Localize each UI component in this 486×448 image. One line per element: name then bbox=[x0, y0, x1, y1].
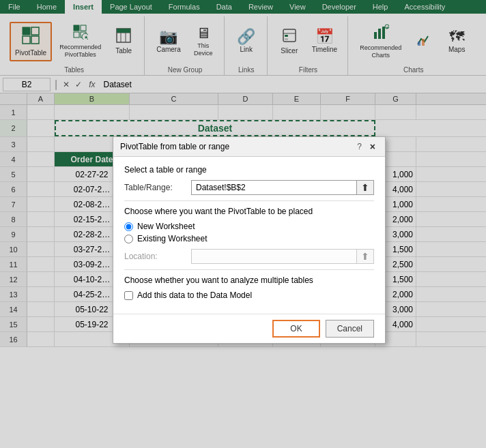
dialog-divider2 bbox=[124, 269, 374, 270]
dialog-footer: OK Cancel bbox=[113, 314, 385, 343]
dialog-location-input[interactable] bbox=[192, 250, 356, 263]
dialog-tablerange-input[interactable] bbox=[192, 181, 356, 194]
dialog-datamodel-checkbox[interactable] bbox=[124, 291, 133, 300]
dialog-location-row: Location: ⬆ bbox=[124, 249, 374, 264]
dialog-titlebar: PivotTable from table or range ? × bbox=[113, 137, 385, 157]
dialog-section2-label: Choose where you want the PivotTable to … bbox=[124, 207, 374, 216]
pivot-table-dialog: PivotTable from table or range ? × Selec… bbox=[113, 136, 386, 344]
dialog-datamodel-checkbox-label: Add this data to the Data Model bbox=[137, 290, 252, 300]
dialog-divider1 bbox=[124, 200, 374, 201]
dialog-cancel-button[interactable]: Cancel bbox=[326, 320, 374, 338]
dialog-datamodel-checkbox-row[interactable]: Add this data to the Data Model bbox=[124, 290, 374, 300]
dialog-placement-radio-group: New Worksheet Existing Worksheet bbox=[124, 222, 374, 243]
dialog-title-right: ? × bbox=[357, 141, 378, 152]
dialog-ok-button[interactable]: OK bbox=[272, 320, 319, 338]
dialog-location-expand-button[interactable]: ⬆ bbox=[356, 250, 373, 263]
dialog-radio-new-worksheet[interactable]: New Worksheet bbox=[124, 222, 374, 231]
dialog-tablerange-row: Table/Range: ⬆ bbox=[124, 180, 374, 195]
dialog-title: PivotTable from table or range bbox=[120, 142, 229, 151]
dialog-location-input-wrap[interactable]: ⬆ bbox=[191, 249, 374, 264]
radio-new-worksheet-input[interactable] bbox=[124, 222, 133, 231]
dialog-tablerange-input-wrap[interactable]: ⬆ bbox=[191, 180, 374, 195]
dialog-help-icon[interactable]: ? bbox=[357, 142, 362, 151]
radio-new-worksheet-label: New Worksheet bbox=[137, 222, 195, 231]
radio-existing-worksheet-input[interactable] bbox=[124, 235, 133, 243]
dialog-tablerange-label: Table/Range: bbox=[124, 183, 186, 192]
dialog-section1-label: Select a table or range bbox=[124, 165, 374, 175]
dialog-body: Select a table or range Table/Range: ⬆ C… bbox=[113, 157, 385, 314]
dialog-close-button[interactable]: × bbox=[367, 141, 378, 152]
dialog-section3-label: Choose whether you want to analyze multi… bbox=[124, 275, 374, 285]
radio-existing-worksheet-label: Existing Worksheet bbox=[137, 234, 208, 243]
dialog-overlay: PivotTable from table or range ? × Selec… bbox=[0, 0, 486, 448]
dialog-tablerange-expand-button[interactable]: ⬆ bbox=[356, 181, 373, 194]
dialog-radio-existing-worksheet[interactable]: Existing Worksheet bbox=[124, 234, 374, 243]
dialog-location-label: Location: bbox=[124, 252, 186, 261]
